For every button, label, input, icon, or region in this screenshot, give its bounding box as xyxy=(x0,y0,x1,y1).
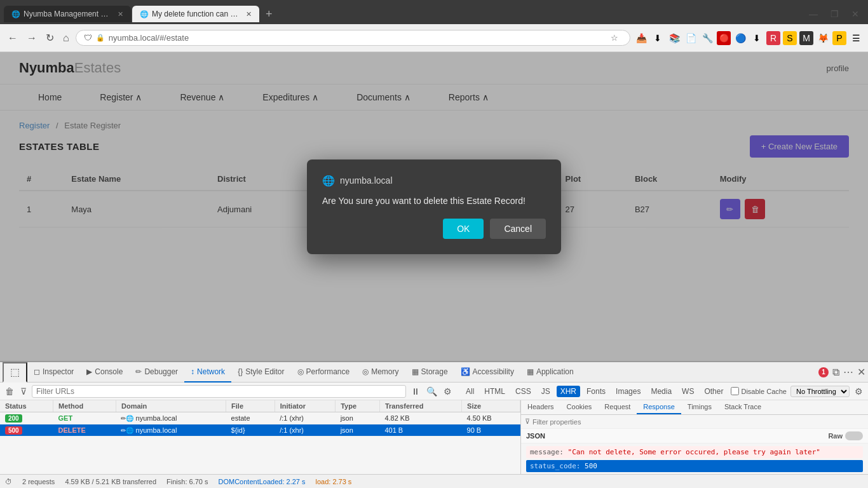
star-icon[interactable]: ☆ xyxy=(611,33,618,43)
maximize-button[interactable]: ❐ xyxy=(825,8,844,20)
devtools-tab-memory[interactable]: ◎ Memory xyxy=(356,362,405,383)
devtools-tab-debugger[interactable]: ✏ Debugger xyxy=(129,362,184,383)
close-window-button[interactable]: ✕ xyxy=(846,8,864,20)
cell-status-1: 200 xyxy=(0,412,53,424)
disable-cache-label[interactable]: Disable Cache xyxy=(731,387,787,395)
devtools-tab-performance[interactable]: ◎ Performance xyxy=(291,362,356,383)
extension-8-icon[interactable]: 🦊 xyxy=(816,31,830,45)
cell-type-2: json xyxy=(336,424,380,437)
disable-cache-checkbox[interactable] xyxy=(731,387,739,395)
extension-7-icon[interactable]: M xyxy=(799,31,813,45)
devtools-tab-accessibility[interactable]: ♿ Accessibility xyxy=(454,362,520,383)
dialog-site: 🌐 nyumba.local xyxy=(322,175,546,187)
response-tab-cookies[interactable]: Cookies xyxy=(560,400,599,414)
new-tab-button[interactable]: + xyxy=(261,8,278,21)
response-tab-stack[interactable]: Stack Trace xyxy=(718,400,768,414)
application-icon: ▦ xyxy=(527,367,534,376)
response-tab-request[interactable]: Request xyxy=(598,400,637,414)
load-time: load: 2.73 s xyxy=(315,478,351,485)
devtools-tab-inspector[interactable]: ◻ Inspector xyxy=(27,362,80,383)
network-request-list: Status Method Domain File Initiator Type… xyxy=(0,400,521,474)
extension-1-icon[interactable]: 🔧 xyxy=(700,31,714,45)
devtools-close-button[interactable]: ✕ xyxy=(857,366,865,378)
network-table-header: Status Method Domain File Initiator Type… xyxy=(0,400,520,412)
bookmarks-icon[interactable]: 📚 xyxy=(667,31,681,45)
throttle-select[interactable]: No Throttling xyxy=(790,386,850,397)
devtools-tab-pick[interactable]: ⬚ xyxy=(3,362,27,383)
dialog-cancel-button[interactable]: Cancel xyxy=(490,219,546,239)
filter-images[interactable]: Images xyxy=(612,386,644,397)
forward-button[interactable]: → xyxy=(24,30,39,46)
tab-active-2[interactable]: 🌐 My delete function can not wo... ✕ xyxy=(132,6,259,22)
col-initiator: Initiator xyxy=(275,400,336,412)
reload-button[interactable]: ↻ xyxy=(43,29,57,46)
filter-all[interactable]: All xyxy=(462,386,478,397)
devtools-status-bar: ⏱ 2 requests 4.59 KB / 5.21 KB transferr… xyxy=(0,474,868,488)
filter-media[interactable]: Media xyxy=(647,386,675,397)
devtools-dock-button[interactable]: ⧉ xyxy=(832,367,839,378)
filter-url-input[interactable] xyxy=(32,385,406,398)
filter-html[interactable]: HTML xyxy=(480,386,509,397)
json-val-message: "Can not delete, Some error occured, ple… xyxy=(568,448,820,456)
address-bar[interactable]: 🛡 🔒 nyumba.local/#/estate ☆ xyxy=(76,30,630,46)
network-row-1[interactable]: 200 GET ✏🌐 nyumba.local estate /:1 (xhr)… xyxy=(0,412,520,424)
filter-xhr[interactable]: XHR xyxy=(557,386,580,397)
tab-close-2[interactable]: ✕ xyxy=(246,10,252,18)
accessibility-icon: ♿ xyxy=(461,367,470,376)
pocket-icon[interactable]: 📥 xyxy=(634,31,648,45)
cell-domain-2: ✏🌐 nyumba.local xyxy=(116,424,226,437)
extension-3-icon[interactable]: 🔵 xyxy=(733,31,747,45)
filter-toggle-button[interactable]: ⊽ xyxy=(19,385,28,398)
devtools-tab-style-editor[interactable]: {} Style Editor xyxy=(231,362,290,383)
devtools-more-button[interactable]: ⋯ xyxy=(843,366,853,378)
filter-other[interactable]: Other xyxy=(700,386,727,397)
json-body: message: "Can not delete, Some error occ… xyxy=(521,444,868,474)
tab-inactive-1[interactable]: 🌐 Nyumba Management System ✕ xyxy=(4,6,131,22)
filter-fonts[interactable]: Fonts xyxy=(583,386,609,397)
home-button[interactable]: ⌂ xyxy=(60,30,72,46)
col-file: File xyxy=(226,400,275,412)
filter-ws[interactable]: WS xyxy=(678,386,698,397)
devtools-tab-network[interactable]: ↕ Network xyxy=(184,362,231,383)
extension-6-icon[interactable]: S xyxy=(783,31,797,45)
filter-type-buttons: All HTML CSS JS XHR Fonts Images Media W… xyxy=(462,386,727,397)
response-tab-timings[interactable]: Timings xyxy=(681,400,718,414)
response-tab-headers[interactable]: Headers xyxy=(521,400,560,414)
tab-close-1[interactable]: ✕ xyxy=(118,10,123,18)
minimize-button[interactable]: — xyxy=(804,8,823,20)
json-row-status-code: status_code: 500 xyxy=(526,460,863,472)
confirm-dialog: 🌐 nyumba.local Are You sure you want to … xyxy=(307,159,561,254)
extension-2-icon[interactable]: 🔴 xyxy=(717,31,731,45)
filter-css[interactable]: CSS xyxy=(512,386,535,397)
dialog-ok-button[interactable]: OK xyxy=(443,219,484,239)
memory-icon: ◎ xyxy=(362,367,369,376)
throttle-settings-button[interactable]: ⚙ xyxy=(853,385,864,398)
inspector-icon: ◻ xyxy=(34,367,40,376)
reader-icon[interactable]: 📄 xyxy=(684,31,698,45)
window-controls: — ❐ ✕ xyxy=(804,8,864,20)
download-icon[interactable]: ⬇ xyxy=(651,31,665,45)
back-button[interactable]: ← xyxy=(5,30,20,46)
settings-network-button[interactable]: ⚙ xyxy=(442,385,453,398)
clear-network-button[interactable]: 🗑 xyxy=(4,385,15,398)
tab-bar: 🌐 Nyumba Management System ✕ 🌐 My delete… xyxy=(0,0,868,24)
network-row-2[interactable]: 500 DELETE ✏🌐 nyumba.local ${id} /:1 (xh… xyxy=(0,424,520,437)
search-network-button[interactable]: 🔍 xyxy=(425,385,438,398)
filter-js[interactable]: JS xyxy=(538,386,554,397)
dialog-site-text: nyumba.local xyxy=(340,175,393,186)
toggle-switch[interactable] xyxy=(845,431,863,440)
menu-icon[interactable]: ☰ xyxy=(849,31,863,45)
devtools-right-controls: 1 ⧉ ⋯ ✕ xyxy=(818,366,865,378)
raw-toggle[interactable]: Raw xyxy=(828,431,863,440)
extension-5-icon[interactable]: R xyxy=(766,31,780,45)
devtools-tab-console[interactable]: ▶ Console xyxy=(80,362,129,383)
extension-4-icon[interactable]: ⬇ xyxy=(750,31,764,45)
extension-9-icon[interactable]: P xyxy=(832,31,846,45)
response-tab-response[interactable]: Response xyxy=(637,400,681,414)
transfer-size: 4.59 KB / 5.21 KB transferred xyxy=(65,478,156,485)
devtools-tab-application[interactable]: ▦ Application xyxy=(520,362,580,383)
devtools-tab-storage[interactable]: ▦ Storage xyxy=(405,362,454,383)
dialog-overlay: 🌐 nyumba.local Are You sure you want to … xyxy=(0,52,868,361)
pause-button[interactable]: ⏸ xyxy=(410,385,421,398)
col-type: Type xyxy=(336,400,380,412)
